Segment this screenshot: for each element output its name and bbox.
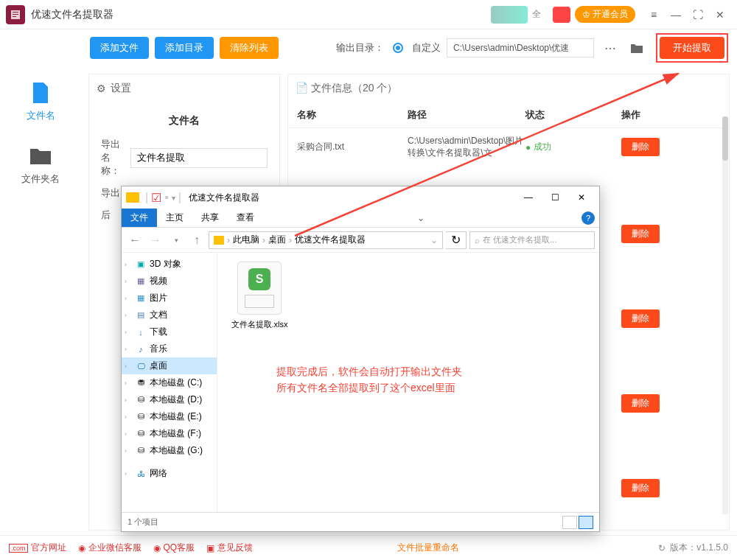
back-icon[interactable]: ← — [126, 231, 144, 249]
file-info-label: 文件信息（20 个） — [311, 82, 397, 94]
svg-rect-2 — [13, 14, 18, 15]
wechat-icon: ◉ — [78, 543, 85, 553]
refresh-icon[interactable]: ↻ — [446, 231, 467, 249]
check-icon: ☑ — [151, 191, 161, 205]
explorer-search-input[interactable]: ⌕ 在 优速文件名提取... — [469, 231, 595, 249]
tree-item-docs[interactable]: ›▤文档 — [122, 307, 217, 323]
ribbon-tab-view[interactable]: 查看 — [228, 209, 263, 227]
tree-item-music[interactable]: ›♪音乐 — [122, 340, 217, 357]
refresh-icon[interactable]: ↻ — [658, 543, 666, 553]
link-label: 意见反馈 — [217, 542, 253, 554]
suffix-label: 后 — [101, 209, 111, 222]
ribbon-tab-home[interactable]: 主页 — [157, 209, 192, 227]
fullscreen-icon[interactable]: ⛶ — [687, 4, 709, 26]
col-action: 操作 — [621, 108, 720, 122]
tree-item-video[interactable]: ›▦视频 — [122, 273, 217, 290]
vip-button[interactable]: ♔ 开通会员 — [575, 6, 635, 23]
xlsx-file-icon: S — [237, 262, 282, 315]
history-icon[interactable]: ▾ — [167, 231, 185, 249]
custom-radio[interactable] — [393, 43, 403, 53]
exp-close-icon[interactable]: ✕ — [568, 187, 595, 208]
delete-button[interactable]: 删除 — [621, 225, 660, 243]
help-icon[interactable]: ? — [581, 211, 595, 225]
export-name-input[interactable] — [130, 148, 268, 168]
explorer-address-bar: ← → ▾ ↑ › 此电脑 › 桌面 › 优速文件名提取器 ⌄ ↻ ⌕ 在 优速… — [122, 228, 599, 253]
custom-radio-label: 自定义 — [412, 41, 441, 55]
export-type-label: 导出 — [101, 186, 120, 200]
explorer-status-bar: 1 个项目 — [122, 512, 599, 531]
crown-icon: ♔ — [582, 10, 590, 20]
app-title: 优速文件名提取器 — [31, 8, 113, 21]
gear-icon: ⚙ — [97, 83, 106, 94]
delete-button[interactable]: 删除 — [621, 394, 660, 413]
tree-item-desktop[interactable]: ›🖵桌面 — [122, 357, 217, 374]
footer-link-feedback[interactable]: ▣意见反馈 — [206, 542, 253, 554]
cell-name: 采购合同.txt — [297, 141, 408, 153]
breadcrumb[interactable]: › 此电脑 › 桌面 › 优速文件名提取器 ⌄ — [209, 231, 443, 249]
delete-button[interactable]: 删除 — [621, 479, 660, 497]
file-item[interactable]: S 文件名提取.xlsx — [226, 262, 293, 330]
delete-button[interactable]: 删除 — [621, 309, 660, 328]
tree-label: 本地磁盘 (E:) — [150, 410, 202, 423]
crumb-pc[interactable]: 此电脑 — [233, 234, 259, 246]
explorer-titlebar: | ☑ ▪ ▾ | 优速文件名提取器 — ☐ ✕ — [122, 186, 599, 209]
ribbon-tab-file[interactable]: 文件 — [122, 209, 157, 227]
file-item-name: 文件名提取.xlsx — [231, 319, 288, 330]
promo-icon[interactable] — [491, 6, 528, 24]
settings-header-label: 设置 — [111, 82, 131, 95]
chevron-down-icon[interactable]: ⌄ — [417, 213, 425, 223]
status-item-count: 1 个项目 — [128, 517, 158, 528]
tree-label: 网络 — [150, 467, 167, 480]
footer-link-website[interactable]: .com官方网址 — [9, 542, 66, 554]
footer-link-qq[interactable]: ◉QQ客服 — [153, 542, 195, 554]
tree-item-downloads[interactable]: ›↓下载 — [122, 323, 217, 340]
tree-item-disk-c[interactable]: ›⛃本地磁盘 (C:) — [122, 374, 217, 391]
footer-link-rename[interactable]: 文件批量重命名 — [397, 542, 459, 554]
add-file-button[interactable]: 添加文件 — [90, 37, 149, 59]
more-icon[interactable]: ⋯ — [600, 38, 621, 58]
tree-label: 下载 — [150, 326, 167, 338]
view-details-icon[interactable] — [562, 516, 577, 529]
forward-icon[interactable]: → — [147, 231, 164, 249]
folder-small-icon — [214, 236, 224, 245]
search-icon: ⌕ — [475, 236, 480, 245]
tree-item-disk-e[interactable]: ›⛁本地磁盘 (E:) — [122, 408, 217, 425]
sidebar-item-filename[interactable]: 文件名 — [27, 81, 55, 122]
annotation-text: 提取完成后，软件会自动打开输出文件夹 所有文件名全部提取到了这个excel里面 — [276, 363, 462, 396]
tree-item-disk-g[interactable]: ›⛁本地磁盘 (G:) — [122, 442, 217, 459]
tree-item-3d[interactable]: ›▣3D 对象 — [122, 256, 217, 273]
link-label: 文件批量重命名 — [397, 542, 459, 554]
exp-maximize-icon[interactable]: ☐ — [542, 187, 568, 208]
ribbon-tab-share[interactable]: 共享 — [192, 209, 228, 227]
clear-list-button[interactable]: 清除列表 — [220, 37, 279, 59]
file-icon — [29, 81, 52, 105]
explorer-dialog: | ☑ ▪ ▾ | 优速文件名提取器 — ☐ ✕ 文件 主页 共享 查看 ⌄ ?… — [121, 186, 600, 532]
up-icon[interactable]: ↑ — [188, 231, 206, 249]
crumb-desktop[interactable]: 桌面 — [268, 234, 286, 246]
explorer-ribbon: 文件 主页 共享 查看 ⌄ ? — [122, 209, 599, 228]
delete-button[interactable]: 删除 — [621, 138, 660, 156]
scrollbar-thumb[interactable] — [722, 116, 728, 161]
tree-item-network[interactable]: ›🖧网络 — [122, 465, 217, 482]
tree-item-pictures[interactable]: ›▦图片 — [122, 290, 217, 307]
menu-icon[interactable]: ≡ — [643, 4, 665, 26]
folder-browse-icon[interactable] — [626, 38, 647, 58]
scrollbar[interactable] — [722, 116, 728, 514]
tree-item-disk-f[interactable]: ›⛁本地磁盘 (F:) — [122, 425, 217, 442]
settings-section-title: 文件名 — [101, 110, 268, 138]
sidebar-item-foldername[interactable]: 文件夹名 — [21, 144, 60, 186]
shield-icon[interactable] — [553, 7, 570, 23]
minimize-icon[interactable]: — — [665, 4, 687, 26]
footer-link-wechat[interactable]: ◉企业微信客服 — [78, 542, 142, 554]
close-icon[interactable]: ✕ — [709, 4, 731, 26]
tree-label: 3D 对象 — [150, 258, 181, 270]
output-path-input[interactable] — [447, 38, 594, 57]
qq-icon: ◉ — [153, 543, 161, 553]
add-dir-button[interactable]: 添加目录 — [155, 37, 214, 59]
start-extract-button[interactable]: 开始提取 — [660, 37, 724, 59]
crumb-folder[interactable]: 优速文件名提取器 — [295, 234, 366, 246]
tree-label: 视频 — [150, 275, 167, 287]
exp-minimize-icon[interactable]: — — [515, 187, 542, 208]
view-icons-icon[interactable] — [579, 516, 593, 529]
tree-item-disk-d[interactable]: ›⛁本地磁盘 (D:) — [122, 391, 217, 408]
